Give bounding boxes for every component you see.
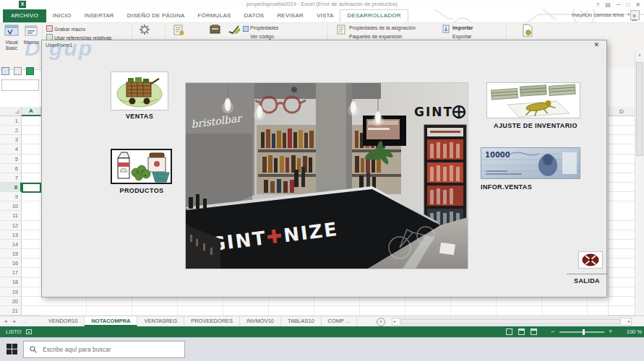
panel-documentos-button[interactable] bbox=[522, 24, 533, 38]
zoom-out-button[interactable]: − bbox=[551, 326, 554, 337]
row-number[interactable]: 19 bbox=[0, 287, 22, 297]
horizontal-scroll-thumb[interactable] bbox=[400, 319, 621, 324]
propiedades-button[interactable]: Propiedades bbox=[250, 25, 278, 30]
zoom-in-button[interactable]: + bbox=[609, 326, 612, 337]
row-number[interactable]: 3 bbox=[0, 135, 22, 144]
ribbon-tab[interactable]: INSERTAR bbox=[78, 9, 121, 22]
ribbon-tab[interactable]: REVISAR bbox=[270, 9, 310, 22]
row-number[interactable]: 4 bbox=[0, 144, 22, 154]
row-number[interactable]: 14 bbox=[0, 240, 22, 249]
taskbar-search[interactable] bbox=[23, 341, 185, 358]
scroll-up-icon[interactable]: ∧ bbox=[635, 51, 644, 60]
ejecutar-button[interactable] bbox=[228, 24, 241, 36]
row-number[interactable]: 21 bbox=[0, 306, 22, 316]
sheet-tab[interactable]: VENDOR10 bbox=[42, 316, 85, 326]
modo-diseno-button[interactable] bbox=[210, 24, 222, 36]
avatar[interactable] bbox=[630, 10, 640, 20]
ribbon-tab[interactable]: FÓRMULAS bbox=[192, 9, 238, 22]
ribbon-tab[interactable]: DATOS bbox=[238, 9, 271, 22]
salida-button[interactable] bbox=[578, 251, 603, 269]
propiedades-asignacion-button[interactable]: Propiedades de la asignación bbox=[349, 25, 416, 30]
sheet-tab[interactable]: INVMOV10 bbox=[240, 316, 281, 326]
horizontal-scrollbar[interactable]: ◂ ▸ bbox=[392, 318, 632, 326]
start-button[interactable] bbox=[7, 344, 17, 355]
row-number[interactable]: 10 bbox=[0, 201, 22, 211]
row-number[interactable]: 13 bbox=[0, 230, 22, 240]
sheet-nav-arrow[interactable]: ◂ bbox=[4, 316, 7, 326]
paquetes-expansion-button[interactable]: Paquetes de expansión bbox=[349, 34, 402, 39]
sheet-tab[interactable]: NOTACOMPRA bbox=[85, 316, 137, 326]
row-number[interactable]: 18 bbox=[0, 277, 22, 287]
importar-button[interactable]: Importar bbox=[452, 25, 473, 30]
select-all-corner[interactable] bbox=[0, 107, 22, 116]
grabar-macro-button[interactable]: Grabar macro bbox=[46, 25, 85, 32]
row-number[interactable]: 12 bbox=[0, 221, 22, 230]
grid-cells-bottom[interactable] bbox=[41, 297, 608, 316]
scroll-right-icon[interactable]: ▸ bbox=[628, 318, 630, 325]
ribbon-tab[interactable]: DISEÑO DE PÁGINA bbox=[121, 9, 192, 22]
active-cell-a8[interactable] bbox=[22, 183, 41, 193]
save-icon[interactable] bbox=[1, 67, 9, 75]
close-button[interactable]: ✕ bbox=[635, 0, 640, 9]
row-number[interactable]: 8 bbox=[0, 183, 22, 192]
account-name[interactable]: mauricio canosa leiva bbox=[572, 12, 624, 18]
sheet-tab[interactable]: COMP ... bbox=[322, 316, 358, 326]
insertar-controles-button[interactable] bbox=[173, 25, 184, 36]
row-number[interactable]: 20 bbox=[0, 297, 22, 306]
sheet-tab-bar: ◂▸… VENDOR10NOTACOMPRAVENTASREGPROVEEDOR… bbox=[0, 316, 644, 326]
grid-cells-right[interactable] bbox=[608, 116, 635, 316]
row-number[interactable]: 9 bbox=[0, 192, 22, 201]
ajuste-inventario-button[interactable] bbox=[486, 82, 580, 118]
complementos-button[interactable] bbox=[139, 25, 150, 36]
search-input[interactable] bbox=[41, 345, 174, 354]
zoom-slider-thumb[interactable] bbox=[583, 329, 585, 335]
column-header-a[interactable]: A bbox=[22, 107, 41, 116]
visual-basic-button[interactable] bbox=[4, 25, 19, 38]
sheet-nav-arrow[interactable]: ▸ bbox=[14, 316, 17, 326]
scroll-left-icon[interactable]: ◂ bbox=[393, 318, 395, 325]
minimize-button[interactable]: ─ bbox=[617, 0, 621, 9]
run-dialog-icon bbox=[228, 24, 241, 35]
row-number[interactable]: 16 bbox=[0, 258, 22, 268]
row-number[interactable]: 15 bbox=[0, 249, 22, 258]
ribbon-tab[interactable]: INICIO bbox=[46, 9, 78, 22]
row-number[interactable]: 6 bbox=[0, 164, 22, 173]
page-break-view-icon[interactable] bbox=[531, 329, 537, 335]
restore-button[interactable]: □ bbox=[626, 0, 630, 9]
vertical-scrollbar[interactable]: ∧ bbox=[635, 51, 644, 316]
row-number[interactable]: 1 bbox=[0, 116, 22, 126]
row-number[interactable]: 2 bbox=[0, 126, 22, 135]
productos-button[interactable] bbox=[111, 149, 172, 184]
ribbon-tab[interactable]: DESARROLLADOR bbox=[340, 9, 408, 22]
vertical-scroll-thumb[interactable] bbox=[636, 62, 643, 156]
row-number[interactable]: 17 bbox=[0, 268, 22, 277]
zoom-slider[interactable] bbox=[559, 331, 604, 333]
macro-record-icon[interactable] bbox=[26, 329, 32, 334]
zoom-level[interactable]: 100 % bbox=[616, 326, 642, 337]
row-number[interactable]: 11 bbox=[0, 211, 22, 220]
userform-close-button[interactable]: ✕ bbox=[593, 41, 599, 48]
sheet-tab[interactable]: VENTASREG bbox=[137, 316, 184, 326]
print-preview-icon[interactable] bbox=[14, 67, 22, 75]
new-sheet-button[interactable]: + bbox=[377, 318, 385, 326]
exportar-button[interactable]: Exportar bbox=[452, 34, 471, 39]
ribbon-tab[interactable]: ARCHIVO bbox=[3, 9, 46, 22]
column-header-d[interactable]: D bbox=[608, 107, 635, 116]
sheet-nav-arrow[interactable]: … bbox=[22, 316, 27, 326]
ribbon-tab[interactable]: VISTA bbox=[310, 9, 340, 22]
ver-codigo-button[interactable]: Ver código bbox=[250, 34, 274, 39]
sheet-tab[interactable]: TABLAS10 bbox=[281, 316, 322, 326]
ribbon-display-options-button[interactable]: ▤ bbox=[605, 0, 611, 9]
infor-ventas-button[interactable]: 10000 bbox=[481, 147, 580, 179]
help-button[interactable]: ? bbox=[596, 0, 599, 9]
grid-cells-left[interactable] bbox=[22, 116, 41, 316]
ventas-button[interactable] bbox=[111, 71, 168, 110]
sheet-tab[interactable]: PROVEEDORES bbox=[184, 316, 240, 326]
name-box[interactable] bbox=[1, 79, 39, 91]
row-number[interactable]: 5 bbox=[0, 155, 22, 164]
ribbon-tab-bar: ARCHIVOINICIOINSERTARDISEÑO DE PÁGINAFÓR… bbox=[3, 9, 408, 22]
normal-view-icon[interactable] bbox=[506, 329, 512, 335]
workbook-icon[interactable] bbox=[26, 67, 34, 75]
page-layout-view-icon[interactable] bbox=[518, 329, 525, 335]
row-number[interactable]: 7 bbox=[0, 173, 22, 183]
